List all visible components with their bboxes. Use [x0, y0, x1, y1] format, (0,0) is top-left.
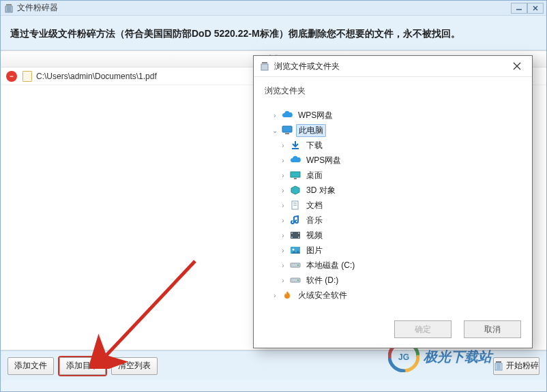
- tree-expander-icon[interactable]: ›: [278, 262, 288, 269]
- tree-expander-icon[interactable]: ›: [270, 292, 280, 299]
- add-directory-button[interactable]: 添加目录: [59, 357, 106, 375]
- pc-icon: [281, 125, 293, 136]
- tree-item[interactable]: ›WPS网盘: [262, 153, 524, 168]
- tree-item-label: 火绒安全软件: [296, 290, 349, 301]
- svg-rect-16: [261, 64, 268, 70]
- cube-icon: [289, 185, 301, 196]
- dialog-ok-button[interactable]: 确定: [394, 320, 452, 338]
- remove-file-icon[interactable]: －: [6, 71, 17, 82]
- close-button[interactable]: [527, 3, 544, 14]
- app-icon: [3, 3, 14, 14]
- clear-list-button[interactable]: 清空列表: [111, 357, 158, 375]
- download-icon: [289, 140, 301, 151]
- tree-expander-icon[interactable]: ›: [278, 217, 288, 224]
- svg-point-33: [293, 249, 295, 251]
- svg-rect-21: [292, 148, 299, 149]
- svg-rect-19: [282, 126, 292, 132]
- fire-icon: [281, 290, 293, 301]
- video-icon: [289, 230, 301, 241]
- browse-folder-dialog: 浏览文件或文件夹 浏览文件夹 ›WPS网盘⌄此电脑›下载›WPS网盘›桌面›3D…: [253, 55, 533, 348]
- titlebar: 文件粉碎器: [1, 1, 546, 16]
- drive-icon: [289, 260, 301, 271]
- tree-item[interactable]: ›火绒安全软件: [262, 288, 524, 303]
- tree-expander-icon[interactable]: ›: [278, 232, 288, 239]
- svg-rect-28: [291, 232, 293, 234]
- dialog-close-button[interactable]: [507, 59, 527, 73]
- tree-expander-icon[interactable]: ›: [278, 187, 288, 194]
- start-shred-button[interactable]: 开始粉碎: [493, 357, 539, 375]
- music-icon: [289, 215, 301, 226]
- svg-rect-20: [285, 133, 289, 134]
- description-text: 通过专业级文件粉碎方法（符合美国国防部DoD 5220.22-M标准）彻底删除您…: [1, 16, 546, 50]
- tree-item[interactable]: ›文档: [262, 198, 524, 213]
- svg-rect-8: [496, 361, 501, 363]
- dialog-app-icon: [259, 61, 270, 72]
- file-icon: [23, 71, 32, 82]
- tree-expander-icon[interactable]: ›: [270, 112, 280, 119]
- tree-item[interactable]: ›本地磁盘 (C:): [262, 258, 524, 273]
- tree-item-label: 此电脑: [296, 124, 326, 137]
- tree-expander-icon[interactable]: ›: [278, 202, 288, 209]
- dialog-title-text: 浏览文件或文件夹: [274, 61, 507, 72]
- svg-rect-30: [298, 232, 299, 234]
- tree-item-label: 软件 (D:): [304, 275, 340, 286]
- tree-expander-icon[interactable]: ›: [278, 142, 288, 149]
- tree-item[interactable]: ›音乐: [262, 213, 524, 228]
- dialog-cancel-button[interactable]: 取消: [464, 320, 521, 338]
- dialog-titlebar: 浏览文件或文件夹: [254, 56, 532, 76]
- svg-rect-0: [6, 4, 12, 5]
- tree-item-label: 桌面: [304, 170, 325, 181]
- tree-item-label: 下载: [304, 140, 325, 151]
- tree-item-label: WPS网盘: [296, 110, 335, 121]
- start-shred-label: 开始粉碎: [506, 360, 539, 372]
- svg-rect-22: [291, 172, 300, 177]
- tree-item[interactable]: ⌄此电脑: [262, 123, 524, 138]
- dialog-subtitle: 浏览文件夹: [254, 77, 532, 101]
- tree-expander-icon[interactable]: ›: [278, 172, 288, 179]
- tree-item[interactable]: ›图片: [262, 243, 524, 258]
- doc-icon: [289, 200, 301, 211]
- tree-item-label: WPS网盘: [304, 155, 343, 166]
- tree-item[interactable]: ›3D 对象: [262, 183, 524, 198]
- folder-tree[interactable]: ›WPS网盘⌄此电脑›下载›WPS网盘›桌面›3D 对象›文档›音乐›视频›图片…: [261, 105, 525, 307]
- tree-item-label: 图片: [304, 245, 325, 256]
- tree-item[interactable]: ›软件 (D:): [262, 273, 524, 288]
- cloud-icon: [281, 110, 293, 121]
- tree-item[interactable]: ›视频: [262, 228, 524, 243]
- image-icon: [289, 245, 301, 256]
- tree-item-label: 本地磁盘 (C:): [304, 260, 357, 271]
- tree-expander-icon[interactable]: ⌄: [270, 127, 280, 134]
- tree-expander-icon[interactable]: ›: [278, 277, 288, 284]
- tree-item-label: 文档: [304, 200, 325, 211]
- drive-icon: [289, 275, 301, 286]
- cloud-icon: [289, 155, 301, 166]
- tree-expander-icon[interactable]: ›: [278, 247, 288, 254]
- tree-item[interactable]: ›桌面: [262, 168, 524, 183]
- tree-item-label: 音乐: [304, 215, 325, 226]
- bottom-toolbar: 添加文件 添加目录 清空列表 开始粉碎: [1, 350, 546, 380]
- svg-rect-15: [262, 62, 267, 63]
- svg-point-37: [297, 280, 299, 281]
- tree-item[interactable]: ›下载: [262, 138, 524, 153]
- tree-expander-icon[interactable]: ›: [278, 157, 288, 164]
- svg-rect-29: [291, 237, 293, 238]
- minimize-button[interactable]: [511, 3, 527, 14]
- shred-icon: [494, 361, 503, 371]
- tree-item[interactable]: ›WPS网盘: [262, 108, 524, 123]
- desktop-icon: [289, 170, 301, 181]
- file-path: C:\Users\admin\Documents\1.pdf: [36, 72, 157, 81]
- svg-rect-23: [294, 178, 297, 179]
- add-file-button[interactable]: 添加文件: [8, 357, 54, 375]
- svg-point-35: [297, 265, 299, 266]
- tree-item-label: 3D 对象: [304, 185, 338, 196]
- window-title: 文件粉碎器: [17, 2, 511, 14]
- tree-item-label: 视频: [304, 230, 325, 241]
- svg-rect-31: [298, 237, 299, 238]
- main-window: 文件粉碎器 通过专业级文件粉碎方法（符合美国国防部DoD 5220.22-M标准…: [0, 0, 547, 392]
